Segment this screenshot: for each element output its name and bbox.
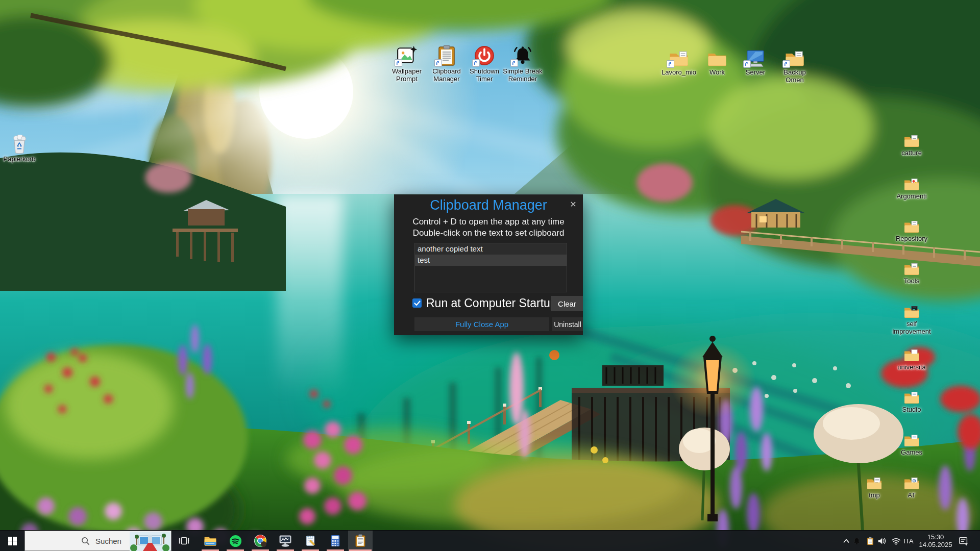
desktop-icon-repository[interactable]: Repository (890, 217, 933, 242)
icon-label: Studio (890, 406, 933, 413)
tray-language-indicator[interactable]: ITA (901, 531, 916, 551)
desktop-icon-tmp[interactable]: tmp (853, 474, 896, 499)
desktop-icon-server[interactable]: Server (736, 45, 775, 76)
folder-icon (783, 45, 806, 67)
speaker-icon (877, 537, 887, 545)
desktop-icon-recycle-bin[interactable]: Papierkorb (0, 132, 39, 163)
icon-label: Omen (775, 76, 814, 84)
tray-time: 15:30 (927, 533, 944, 541)
desktop-icon-games[interactable]: Games (890, 431, 933, 456)
icon-label: Manager (427, 75, 466, 83)
action-center-icon (959, 536, 968, 546)
startup-checkbox-label: Run at Computer Startup (426, 296, 557, 310)
spotify-icon (229, 535, 242, 547)
desktop-icon-backup-omen[interactable]: BackupOmen (775, 45, 814, 84)
desktop-icon-clipboard-manager[interactable]: ClipboardManager (427, 44, 466, 83)
clipboard-item[interactable]: another copied text (415, 243, 567, 255)
shortcut-arrow-icon (472, 59, 480, 67)
image-sparkle-icon (395, 44, 419, 66)
desktop-icon-studio[interactable]: Studio (890, 388, 933, 413)
icon-label: Shutdown (465, 67, 504, 75)
desktop-icon-lavoro-mio[interactable]: Lavoro_mio (657, 45, 700, 76)
desktop-icon-argomenti[interactable]: Argomenti (890, 175, 933, 200)
search-icon (81, 537, 90, 545)
clipboard-manager-window: Clipboard Manager ✕ Control + D to open … (394, 194, 583, 335)
task-view-button[interactable] (172, 531, 196, 551)
power-icon (473, 44, 496, 66)
icon-label: Clipboard (427, 67, 466, 75)
desktop-icon-tools[interactable]: Tools (890, 260, 933, 285)
desktop-icon-simple-break-reminder[interactable]: Simple BreakReminder (501, 44, 545, 83)
folder-icon (903, 388, 920, 405)
desktop-icon-universita[interactable]: università (890, 346, 933, 371)
bell-icon (511, 44, 534, 66)
desktop-icon-shutdown-timer[interactable]: ShutdownTimer (465, 44, 504, 83)
icon-label: Papierkorb (0, 155, 39, 163)
icon-label: Prompt (387, 75, 426, 83)
clear-button[interactable]: Clear (551, 296, 583, 311)
icon-label: Games (890, 448, 933, 456)
icon-label: Argomenti (890, 192, 933, 200)
chevron-up-icon (843, 538, 850, 543)
search-placeholder: Suchen (95, 537, 121, 545)
search-box[interactable]: Suchen (24, 531, 172, 551)
desktop-icon-at[interactable]: AT (890, 474, 933, 499)
instruction-line-2: Double-click on the text to set clipboar… (394, 228, 583, 238)
clipboard-history-list: another copied text test (414, 243, 567, 292)
folder-icon (903, 132, 920, 148)
taskbar: Suchen (0, 530, 980, 551)
desktop-icon-catture[interactable]: catture (890, 132, 933, 157)
recycle-bin-icon (8, 132, 31, 154)
desktop-icon-wallpaper-prompt[interactable]: WallpaperPrompt (387, 44, 426, 83)
icon-label: tmp (853, 491, 896, 499)
fully-close-app-button[interactable]: Fully Close App (414, 317, 549, 331)
tray-clipboard-manager[interactable] (866, 531, 874, 551)
icon-label: improvement (890, 328, 933, 335)
icon-label: AT (890, 491, 933, 499)
file-explorer-icon (204, 535, 217, 546)
folder-icon (903, 175, 920, 191)
bell-icon (852, 537, 861, 545)
monitor-icon (744, 45, 767, 67)
taskbar-calculator[interactable] (323, 531, 348, 551)
desktop-icon-work[interactable]: Work (698, 45, 737, 76)
taskbar-file-explorer[interactable] (198, 531, 223, 551)
shortcut-arrow-icon (434, 59, 442, 67)
desktop-icon-self-improvement[interactable]: selfimprovement (890, 303, 933, 335)
close-icon[interactable]: ✕ (568, 199, 578, 210)
taskbar-spotify[interactable] (223, 531, 248, 551)
taskbar-monitor-app[interactable] (273, 531, 298, 551)
shortcut-arrow-icon (782, 60, 790, 68)
icon-label: Simple Break (501, 67, 545, 75)
tray-wifi[interactable] (891, 531, 901, 551)
tray-show-hidden-icons[interactable] (842, 531, 850, 551)
startup-checkbox[interactable] (412, 298, 422, 308)
icon-label: Work (698, 68, 737, 76)
clipboard-icon (867, 537, 874, 545)
folder-icon (667, 45, 691, 67)
folder-icon (903, 303, 920, 319)
action-center-button[interactable] (958, 531, 969, 551)
folder-icon (866, 474, 883, 490)
tray-bell[interactable] (852, 531, 861, 551)
folder-icon (903, 431, 920, 447)
icon-label: Repository (890, 235, 933, 242)
clipboard-item-selected[interactable]: test (415, 255, 567, 266)
folder-icon (903, 260, 920, 276)
tray-volume[interactable] (877, 531, 887, 551)
uninstall-button[interactable]: Uninstall (552, 317, 583, 331)
start-button[interactable] (0, 531, 24, 551)
icon-label: self (890, 320, 933, 328)
search-highlight-image[interactable] (130, 532, 170, 551)
taskbar-notepad[interactable] (298, 531, 323, 551)
taskbar-clipboard-manager-active[interactable] (348, 531, 373, 551)
tray-clock[interactable]: 15:30 14.05.2025 (916, 531, 955, 551)
shortcut-arrow-icon (510, 59, 518, 67)
tray-date: 14.05.2025 (919, 541, 952, 548)
icon-label: Reminder (501, 75, 545, 83)
clipboard-icon (355, 534, 366, 547)
icon-label: Server (736, 68, 775, 76)
taskbar-chrome[interactable] (248, 531, 273, 551)
instruction-line-1: Control + D to open the app at any time (394, 217, 583, 227)
shortcut-arrow-icon (667, 60, 674, 68)
